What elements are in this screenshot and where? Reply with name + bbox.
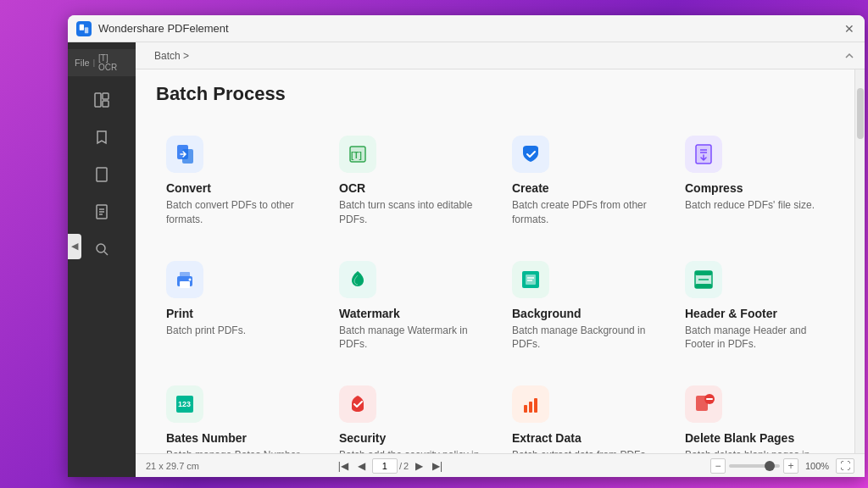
close-button[interactable]: ✕ bbox=[843, 22, 856, 36]
page-title: Batch Process bbox=[156, 83, 834, 105]
headerfooter-desc: Batch manage Header and Footer in PDFs. bbox=[685, 324, 827, 352]
headerfooter-icon-wrap bbox=[685, 261, 722, 298]
ocr-toolbar[interactable]: [T] OCR bbox=[98, 53, 129, 72]
svg-rect-37 bbox=[529, 402, 532, 413]
nav-left-arrow[interactable]: ◀ bbox=[68, 234, 81, 259]
security-desc: Batch add the security policy in PDFs. bbox=[339, 448, 481, 453]
watermark-icon-wrap bbox=[339, 261, 376, 298]
svg-text:[T]: [T] bbox=[351, 151, 362, 160]
extract-name: Extract Data bbox=[512, 431, 654, 445]
window-title: Wondershare PDFelement bbox=[98, 22, 843, 35]
svg-rect-1 bbox=[85, 27, 88, 33]
print-desc: Batch print PDFs. bbox=[166, 324, 309, 338]
print-icon-wrap bbox=[166, 261, 203, 298]
background-desc: Batch manage Background in PDFs. bbox=[512, 324, 654, 352]
batch-item-watermark[interactable]: Watermark Batch manage Watermark in PDFs… bbox=[322, 244, 495, 369]
svg-rect-23 bbox=[180, 281, 190, 288]
scroll-up-btn[interactable] bbox=[843, 49, 856, 63]
first-page-btn[interactable]: |◀ bbox=[335, 458, 352, 474]
batch-item-bates[interactable]: 123 Bates Number Batch manage Bates Numb… bbox=[149, 369, 322, 453]
compress-icon-wrap bbox=[685, 136, 722, 173]
convert-name: Convert bbox=[166, 181, 309, 195]
main-area: ◀ Batch > Batch Process bbox=[136, 42, 865, 477]
file-menu[interactable]: File bbox=[75, 58, 90, 68]
batch-item-print[interactable]: Print Batch print PDFs. bbox=[149, 244, 322, 369]
compress-name: Compress bbox=[685, 181, 827, 195]
background-name: Background bbox=[512, 307, 654, 320]
svg-rect-32 bbox=[695, 284, 712, 288]
delete-desc: Batch delete blank pages in PDFs. bbox=[685, 448, 827, 453]
batch-item-headerfooter[interactable]: Header & Footer Batch manage Header and … bbox=[668, 244, 841, 369]
page-size-label: 21 x 29.7 cm bbox=[146, 461, 199, 471]
svg-rect-36 bbox=[524, 405, 527, 413]
svg-rect-31 bbox=[695, 271, 712, 275]
batch-item-compress[interactable]: Compress Batch reduce PDFs' file size. bbox=[668, 119, 841, 244]
batch-item-create[interactable]: Create Batch create PDFs from other form… bbox=[495, 119, 668, 244]
batch-item-delete[interactable]: Delete Blank Pages Batch delete blank pa… bbox=[668, 369, 841, 453]
ocr-desc: Batch turn scans into editable PDFs. bbox=[339, 198, 481, 227]
zoom-thumb[interactable] bbox=[765, 461, 775, 471]
headerfooter-name: Header & Footer bbox=[685, 307, 827, 320]
compress-desc: Batch reduce PDFs' file size. bbox=[685, 198, 827, 213]
create-icon-wrap bbox=[512, 136, 549, 173]
batch-header: Batch Process bbox=[136, 69, 854, 112]
sidebar-icon-doc[interactable] bbox=[85, 195, 119, 229]
last-page-btn[interactable]: ▶| bbox=[429, 458, 446, 474]
ocr-name: OCR bbox=[339, 181, 481, 195]
titlebar: Wondershare PDFelement ✕ bbox=[68, 15, 865, 42]
sidebar-icon-layout[interactable] bbox=[85, 83, 119, 117]
extract-icon-wrap bbox=[512, 385, 549, 423]
batch-item-security[interactable]: Security Batch add the security policy i… bbox=[322, 369, 495, 453]
create-desc: Batch create PDFs from other formats. bbox=[512, 198, 654, 227]
security-name: Security bbox=[339, 431, 481, 445]
batch-item-extract[interactable]: Extract Data Batch extract data from PDF… bbox=[495, 369, 668, 453]
convert-icon-wrap bbox=[166, 136, 203, 173]
sidebar-icon-page[interactable] bbox=[85, 158, 119, 191]
zoom-out-btn[interactable]: − bbox=[710, 458, 726, 474]
prev-page-btn[interactable]: ◀ bbox=[353, 458, 370, 474]
svg-rect-22 bbox=[180, 272, 190, 278]
delete-name: Delete Blank Pages bbox=[685, 431, 827, 445]
svg-rect-0 bbox=[80, 24, 84, 30]
app-layout: File | [T] OCR bbox=[68, 42, 865, 477]
svg-text:123: 123 bbox=[178, 400, 191, 408]
batch-grid: Convert Batch convert PDFs to other form… bbox=[136, 112, 854, 453]
batch-area-wrapper: Batch Process bbox=[136, 69, 865, 453]
batch-item-ocr[interactable]: [T] OCR Batch turn scans into editable P… bbox=[322, 119, 495, 244]
svg-rect-3 bbox=[103, 93, 108, 99]
delete-icon-wrap bbox=[685, 385, 722, 423]
total-pages: 2 bbox=[403, 461, 409, 471]
page-navigation: |◀ ◀ / 2 ▶ ▶| bbox=[335, 458, 446, 474]
convert-desc: Batch convert PDFs to other formats. bbox=[166, 198, 309, 227]
app-window: Wondershare PDFelement ✕ File | [T] OCR bbox=[68, 15, 865, 477]
batch-item-convert[interactable]: Convert Batch convert PDFs to other form… bbox=[149, 119, 322, 244]
svg-rect-38 bbox=[534, 398, 537, 413]
bates-icon-wrap: 123 bbox=[166, 385, 203, 423]
zoom-in-btn[interactable]: + bbox=[783, 458, 798, 474]
bates-desc: Batch manage Bates Number in PDFs. bbox=[166, 448, 309, 453]
bates-name: Bates Number bbox=[166, 431, 309, 445]
zoom-slider[interactable] bbox=[729, 464, 780, 468]
zoom-level: 100% bbox=[802, 461, 832, 471]
security-icon-wrap bbox=[339, 385, 376, 423]
fullscreen-btn[interactable]: ⛶ bbox=[836, 458, 854, 474]
right-scrollbar[interactable] bbox=[854, 69, 865, 453]
svg-point-10 bbox=[97, 244, 105, 252]
top-toolbar: ◀ Batch > bbox=[136, 42, 865, 69]
watermark-name: Watermark bbox=[339, 307, 481, 320]
batch-item-background[interactable]: Background Batch manage Background in PD… bbox=[495, 244, 668, 369]
svg-rect-5 bbox=[97, 168, 107, 181]
watermark-desc: Batch manage Watermark in PDFs. bbox=[339, 324, 481, 352]
svg-rect-2 bbox=[95, 93, 101, 107]
app-icon bbox=[76, 21, 92, 36]
scrollbar-thumb[interactable] bbox=[857, 88, 864, 139]
bottom-bar: 21 x 29.7 cm |◀ ◀ / 2 ▶ ▶| − + 100% bbox=[136, 453, 865, 477]
print-name: Print bbox=[166, 307, 309, 320]
batch-breadcrumb[interactable]: Batch > bbox=[154, 50, 189, 62]
svg-rect-26 bbox=[526, 274, 536, 285]
page-separator: / bbox=[399, 461, 402, 471]
sidebar-icon-bookmark[interactable] bbox=[85, 120, 119, 154]
next-page-btn[interactable]: ▶ bbox=[410, 458, 427, 474]
page-input[interactable] bbox=[372, 458, 398, 474]
sidebar-icon-search[interactable] bbox=[85, 232, 119, 266]
